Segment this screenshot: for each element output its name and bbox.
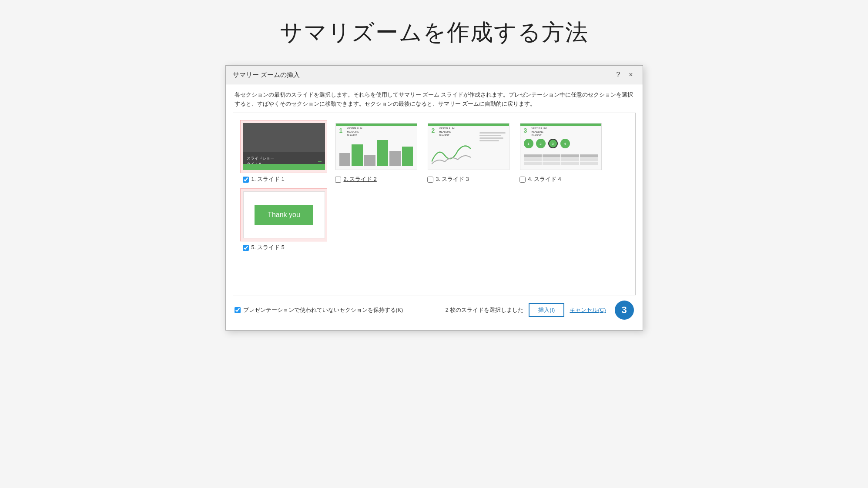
slide4-header [520, 124, 601, 126]
slide-checkbox-row-3: 3. スライド 3 [425, 176, 469, 183]
dialog-title: サマリー ズームの挿入 [233, 71, 300, 79]
slide-checkbox-4[interactable] [519, 177, 526, 183]
slide2-label: VESTIBULUMHEADLINEBLANDIT [347, 127, 362, 137]
circle-4: 4 [560, 139, 570, 148]
slide3-text-lines [479, 132, 506, 141]
circle-3: 3 [548, 139, 558, 148]
text-line-3 [479, 137, 503, 139]
circle-2: 2 [536, 139, 546, 148]
slide1-green-bar [243, 164, 325, 170]
keep-unused-label: プレゼンテーションで使われていないセクションを保持する(K) [243, 307, 403, 314]
slide-checkbox-row-2: 2. スライド 2 [332, 176, 377, 183]
selected-count: 2 枚のスライドを選択しました [446, 307, 523, 314]
table-cell-h4 [580, 154, 598, 157]
slide-preview-wrapper-4: 3 VESTIBULUMHEADLINEBLANDIT 1 2 3 4 [517, 120, 604, 173]
slide-checkbox-row-4: 4. スライド 4 [517, 176, 561, 183]
text-line-1 [479, 132, 506, 134]
dialog-footer: プレゼンテーションで使われていないセクションを保持する(K) 2 枚のスライドを… [226, 295, 643, 321]
slide-preview-4: 3 VESTIBULUMHEADLINEBLANDIT 1 2 3 4 [520, 123, 602, 170]
slide-label-2: 2. スライド 2 [344, 176, 377, 183]
text-line-2 [479, 135, 501, 136]
footer-right: 2 枚のスライドを選択しました 挿入(I) キャンセル(C) 3 [446, 301, 634, 320]
table-cell-h2 [543, 154, 560, 157]
slide-checkbox-3[interactable] [427, 177, 433, 183]
slides-area: スライドショータイトル 1. スライド 1 1 VESTIBULUMHEADLI… [233, 113, 636, 295]
slide2-header [336, 124, 417, 126]
table-cell-1-1 [524, 158, 542, 161]
step-badge-3: 3 [615, 301, 634, 320]
cancel-button[interactable]: キャンセル(C) [570, 306, 606, 314]
slide2-chart [339, 138, 413, 166]
slide-checkbox-1[interactable] [243, 177, 249, 183]
circles-row: 1 2 3 4 [524, 139, 570, 148]
slide-item-5: Thank you 5. スライド 5 [240, 188, 327, 251]
dialog: サマリー ズームの挿入 ? × 各セクションの最初のスライドを選択します。それら… [225, 65, 643, 331]
slide-preview-wrapper-2: 1 VESTIBULUMHEADLINEBLANDIT [332, 120, 419, 173]
slide-preview-1: スライドショータイトル [243, 123, 325, 170]
table-cell-2-2 [543, 162, 560, 165]
bar-4 [377, 140, 388, 166]
slide-preview-wrapper-1: スライドショータイトル [240, 120, 327, 173]
slide-checkbox-2[interactable] [335, 177, 341, 183]
slide-checkbox-row-5: 5. スライド 5 [240, 244, 285, 251]
bar-2 [352, 144, 363, 166]
table-cell-2-4 [580, 162, 598, 165]
slide-preview-wrapper-3: 2 VESTIBULUMHEADLINEBLANDIT [425, 120, 512, 173]
table-row-mini-header [524, 154, 598, 157]
table-cell-1-2 [543, 158, 560, 161]
slide1-green-tag [318, 161, 322, 162]
bar-1 [339, 153, 351, 166]
slide-item-1: スライドショータイトル 1. スライド 1 [240, 120, 327, 183]
slide3-header [428, 124, 509, 126]
bar-6 [402, 147, 413, 166]
slide-checkbox-5[interactable] [243, 245, 249, 251]
slide-preview-wrapper-5: Thank you [240, 188, 327, 241]
slide-item-3: 2 VESTIBULUMHEADLINEBLANDIT [425, 120, 512, 183]
bar-5 [389, 151, 401, 166]
table-cell-h3 [561, 154, 579, 157]
thank-you-text: Thank you [255, 205, 313, 225]
slide2-number: 1 [339, 127, 343, 134]
help-button[interactable]: ? [613, 70, 623, 80]
slide-preview-2: 1 VESTIBULUMHEADLINEBLANDIT [335, 123, 417, 170]
insert-button[interactable]: 挿入(I) [529, 303, 564, 317]
slide3-label: VESTIBULUMHEADLINEBLANDIT [439, 127, 455, 137]
slide-item-4: 3 VESTIBULUMHEADLINEBLANDIT 1 2 3 4 [517, 120, 604, 183]
slide3-wave [432, 142, 471, 166]
slide-preview-3: 2 VESTIBULUMHEADLINEBLANDIT [428, 123, 509, 170]
slide4-number: 3 [524, 127, 527, 134]
slide-checkbox-row-1: 1. スライド 1 [240, 176, 285, 183]
table-cell-h1 [524, 154, 542, 157]
circle-1: 1 [524, 139, 533, 148]
page-title: サマリズームを作成する方法 [280, 17, 589, 48]
slide4-table [524, 154, 598, 166]
table-cell-2-1 [524, 162, 542, 165]
table-cell-1-4 [580, 158, 598, 161]
slide-label-3: 3. スライド 3 [436, 176, 469, 183]
table-row-mini-2 [524, 162, 598, 165]
close-button[interactable]: × [626, 70, 635, 80]
slide3-number: 2 [432, 127, 435, 134]
dialog-title-buttons: ? × [613, 70, 635, 80]
slide-label-5: 5. スライド 5 [251, 244, 285, 251]
slide4-label: VESTIBULUMHEADLINEBLANDIT [532, 127, 547, 137]
table-cell-2-3 [561, 162, 579, 165]
bar-3 [364, 155, 375, 166]
slide-label-4: 4. スライド 4 [528, 176, 561, 183]
text-line-4 [479, 140, 499, 141]
keep-unused-checkbox[interactable] [235, 307, 241, 313]
dialog-description: 各セクションの最初のスライドを選択します。それらを使用してサマリー ズーム スラ… [226, 84, 643, 113]
table-cell-1-3 [561, 158, 579, 161]
slide-item-2: 1 VESTIBULUMHEADLINEBLANDIT 2. スライド 2 [332, 120, 419, 183]
table-row-mini-1 [524, 158, 598, 161]
slide-label-1: 1. スライド 1 [251, 176, 285, 183]
slide-preview-5: Thank you [243, 191, 325, 238]
footer-keep-checkbox: プレゼンテーションで使われていないセクションを保持する(K) [235, 307, 403, 314]
dialog-titlebar: サマリー ズームの挿入 ? × [226, 66, 643, 84]
